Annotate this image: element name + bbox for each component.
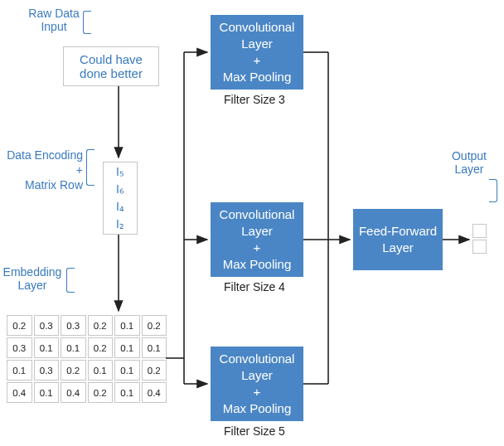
output-bracket xyxy=(489,179,497,202)
filter-size-5-label: Filter Size 5 xyxy=(224,424,285,438)
matrix-cell: 0.2 xyxy=(61,360,86,381)
raw-data-input-label: Raw Data Input xyxy=(25,7,83,33)
matrix-cell: 0.3 xyxy=(34,360,60,381)
matrix-cell: 0.2 xyxy=(88,315,114,336)
matrix-cell: 0.1 xyxy=(34,337,60,358)
encoding-item-2: I₄ xyxy=(116,198,124,216)
filter-size-4-label: Filter Size 4 xyxy=(224,280,285,293)
conv-box-filter-3: Convolutional Layer + Max Pooling xyxy=(211,15,303,90)
matrix-cell: 0.1 xyxy=(114,360,140,381)
encoding-item-0: I₅ xyxy=(116,163,124,181)
matrix-cell: 0.1 xyxy=(61,337,86,358)
filter-size-3-label: Filter Size 3 xyxy=(224,93,285,106)
matrix-cell: 0.1 xyxy=(7,360,32,381)
data-encoding-bracket xyxy=(86,149,94,186)
data-encoding-line2: Matrix Row xyxy=(25,178,83,191)
encoding-item-1: I₆ xyxy=(116,181,124,198)
embedding-bracket xyxy=(66,268,75,293)
data-encoding-plus: + xyxy=(76,163,83,177)
matrix-cell: 0.1 xyxy=(142,337,167,358)
matrix-cell: 0.3 xyxy=(7,337,32,358)
matrix-cell: 0.2 xyxy=(88,382,114,403)
matrix-cell: 0.2 xyxy=(88,337,114,358)
matrix-cell: 0.1 xyxy=(34,382,60,403)
output-layer-label: Output Layer xyxy=(444,149,494,176)
feed-forward-box: Feed-Forward Layer xyxy=(353,209,443,270)
encoding-item-3: I₂ xyxy=(116,216,124,233)
raw-data-text-box: Could have done better xyxy=(63,46,159,86)
matrix-cell: 0.2 xyxy=(142,315,167,336)
data-encoding-line1: Data Encoding xyxy=(7,148,83,162)
data-encoding-label: Data Encoding + Matrix Row xyxy=(0,148,83,193)
matrix-cell: 0.1 xyxy=(114,315,140,336)
encoding-box: I₅ I₆ I₄ I₂ xyxy=(103,162,138,235)
matrix-cell: 0.1 xyxy=(114,382,140,403)
matrix-cell: 0.4 xyxy=(142,382,167,403)
matrix-cell: 0.2 xyxy=(7,315,32,336)
conv-box-filter-5: Convolutional Layer + Max Pooling xyxy=(211,347,303,421)
matrix-cell: 0.4 xyxy=(7,382,32,403)
embedding-layer-label: Embedding Layer xyxy=(0,265,65,292)
matrix-cell: 0.1 xyxy=(88,360,114,381)
raw-data-bracket xyxy=(83,11,91,34)
embedding-matrix: 0.20.30.30.20.10.20.30.10.10.20.10.10.10… xyxy=(7,315,167,403)
output-stack xyxy=(472,224,487,254)
conv-box-filter-4: Convolutional Layer + Max Pooling xyxy=(211,202,303,277)
output-cell-1 xyxy=(472,240,487,254)
matrix-cell: 0.3 xyxy=(61,315,86,336)
matrix-cell: 0.2 xyxy=(142,360,167,381)
matrix-cell: 0.3 xyxy=(34,315,60,336)
matrix-cell: 0.1 xyxy=(114,337,140,358)
output-cell-0 xyxy=(472,224,487,238)
matrix-cell: 0.4 xyxy=(61,382,86,403)
